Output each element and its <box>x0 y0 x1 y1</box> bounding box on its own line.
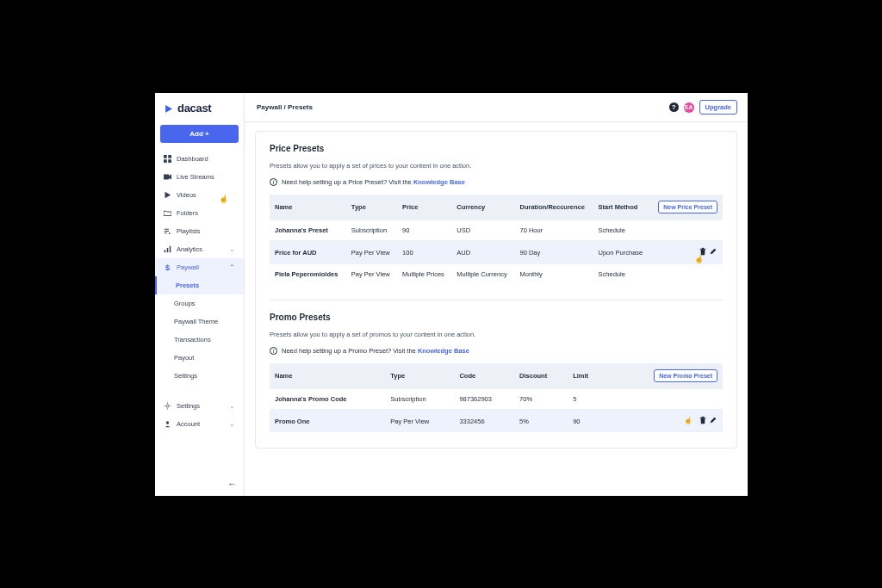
sidebar-subitem-presets[interactable]: Presets <box>155 276 244 294</box>
collapse-sidebar-icon[interactable]: ← <box>227 479 237 489</box>
gear-icon <box>164 402 171 410</box>
trash-icon[interactable] <box>699 247 707 257</box>
sidebar-item-videos[interactable]: Videos ☝ <box>155 186 244 204</box>
sidebar-item-account[interactable]: Account ⌄ <box>155 415 244 433</box>
cell-price: 100 <box>397 241 451 264</box>
col-start: Start Method <box>593 195 650 220</box>
sidebar-subitem-paywall-theme[interactable]: Paywall Theme <box>155 313 244 331</box>
col-name: Name <box>270 363 385 389</box>
svg-point-12 <box>166 421 169 424</box>
sidebar-item-playlists[interactable]: Playlists <box>155 222 244 240</box>
upgrade-button[interactable]: Upgrade <box>699 100 737 115</box>
trash-icon[interactable] <box>699 416 707 426</box>
video-camera-icon <box>164 173 171 181</box>
dollar-icon: $ <box>164 263 171 271</box>
sidebar: dacast Add + Dashboard Live Streams Vide… <box>155 93 245 496</box>
cursor-icon: ☝ <box>219 195 228 203</box>
new-promo-preset-button[interactable]: New Promo Preset <box>654 369 717 382</box>
cell-code: 987362903 <box>454 389 514 410</box>
sidebar-item-settings-bottom[interactable]: Settings ⌄ <box>155 397 244 415</box>
cell-duration: 90 Day <box>515 241 593 264</box>
sidebar-item-dashboard[interactable]: Dashboard <box>155 150 244 168</box>
cell-name: Piela Peperomioides <box>270 264 346 285</box>
table-row[interactable]: Johanna's Preset Subscription 90 USD 70 … <box>270 220 723 241</box>
sidebar-subitem-settings[interactable]: Settings <box>155 367 244 385</box>
cell-currency: USD <box>451 220 514 241</box>
play-icon <box>164 191 171 199</box>
main-area: Paywall / Presets ? EA Upgrade Price Pre… <box>245 93 748 496</box>
edit-icon[interactable] <box>709 247 717 257</box>
cell-name: Price for AUD <box>270 241 346 264</box>
cell-limit: 5 <box>568 389 604 410</box>
sidebar-item-label: Live Streams <box>177 173 214 181</box>
sidebar-item-label: Videos <box>177 191 196 199</box>
add-button[interactable]: Add + <box>160 125 239 143</box>
row-actions <box>650 220 723 241</box>
new-price-preset-button[interactable]: New Price Preset <box>658 201 717 214</box>
col-limit: Limit <box>568 363 604 389</box>
cell-discount: 5% <box>514 410 568 433</box>
edit-icon[interactable] <box>709 416 717 426</box>
cell-type: Pay Per View <box>346 241 397 264</box>
svg-rect-10 <box>170 246 171 253</box>
breadcrumb-current: Presets <box>288 103 313 111</box>
sidebar-item-label: Settings <box>174 372 197 380</box>
cursor-icon: ☝ <box>684 417 693 424</box>
cell-currency: Multiple Currency <box>451 264 514 285</box>
knowledge-base-link[interactable]: Knowledge Base <box>413 178 465 186</box>
help-icon[interactable]: ? <box>669 102 679 112</box>
promo-presets-title: Promo Presets <box>270 313 723 322</box>
sidebar-item-label: Paywall Theme <box>174 318 218 325</box>
col-action: New Promo Preset <box>618 363 723 389</box>
row-actions <box>650 264 723 285</box>
presets-panel: Price Presets Presets allow you to apply… <box>255 131 737 449</box>
cell-type: Subscription <box>385 389 454 410</box>
sidebar-item-paywall[interactable]: $ Paywall ⌃ <box>155 258 244 276</box>
cell-name: Johanna's Promo Code <box>270 389 385 410</box>
col-type: Type <box>385 363 454 389</box>
sidebar-item-folders[interactable]: Folders <box>155 204 244 222</box>
content: Price Presets Presets allow you to apply… <box>245 122 748 496</box>
topbar-right: ? EA Upgrade <box>669 100 737 115</box>
row-actions <box>618 389 723 410</box>
col-type: Type <box>346 195 397 220</box>
table-header-row: Name Type Price Currency Duration/Reccur… <box>270 195 723 220</box>
cell-discount: 70% <box>514 389 568 410</box>
dashboard-icon <box>164 155 171 163</box>
cell-price: 90 <box>397 220 451 241</box>
knowledge-base-link[interactable]: Knowledge Base <box>418 347 469 355</box>
col-duration: Duration/Reccurence <box>515 195 593 220</box>
table-row[interactable]: Piela Peperomioides Pay Per View Multipl… <box>270 264 723 285</box>
sidebar-item-label: Presets <box>176 282 199 289</box>
table-row[interactable]: Price for AUD Pay Per View 100 AUD 90 Da… <box>270 241 723 264</box>
svg-rect-2 <box>164 159 167 163</box>
sidebar-subitem-transactions[interactable]: Transactions <box>155 331 244 349</box>
cell-duration: 70 Hour <box>515 220 593 241</box>
cell-name: Promo One <box>270 410 385 433</box>
sidebar-subitem-groups[interactable]: Groups <box>155 294 244 313</box>
svg-rect-9 <box>167 248 169 252</box>
sidebar-item-label: Folders <box>177 209 198 217</box>
cell-spacer <box>604 410 618 433</box>
sidebar-item-live-streams[interactable]: Live Streams <box>155 168 244 186</box>
price-presets-helpline: i Need help setting up a Price Preset? V… <box>270 178 723 186</box>
avatar[interactable]: EA <box>684 102 694 113</box>
cell-type: Pay Per View <box>346 264 397 285</box>
svg-point-11 <box>166 405 169 407</box>
table-row[interactable]: Johanna's Promo Code Subscription 987362… <box>270 389 723 410</box>
breadcrumb-parent[interactable]: Paywall <box>257 103 282 111</box>
folder-icon <box>164 209 171 217</box>
cell-type: Pay Per View <box>385 410 454 433</box>
table-row[interactable]: Promo One Pay Per View 3332456 5% 90 ☝ <box>270 410 723 433</box>
topbar: Paywall / Presets ? EA Upgrade <box>245 93 748 122</box>
sidebar-item-label: Payout <box>174 354 194 362</box>
cell-currency: AUD <box>451 241 514 264</box>
sidebar-subitem-payout[interactable]: Payout <box>155 349 244 367</box>
brand-logo-icon <box>164 102 175 114</box>
chevron-up-icon: ⌃ <box>229 263 235 271</box>
promo-presets-helpline: i Need help setting up a Promo Preset? V… <box>270 347 723 355</box>
sidebar-item-analytics[interactable]: Analytics ⌄ <box>155 240 244 258</box>
sidebar-item-label: Transactions <box>174 336 211 344</box>
info-icon: i <box>270 347 277 355</box>
svg-rect-8 <box>165 250 166 252</box>
